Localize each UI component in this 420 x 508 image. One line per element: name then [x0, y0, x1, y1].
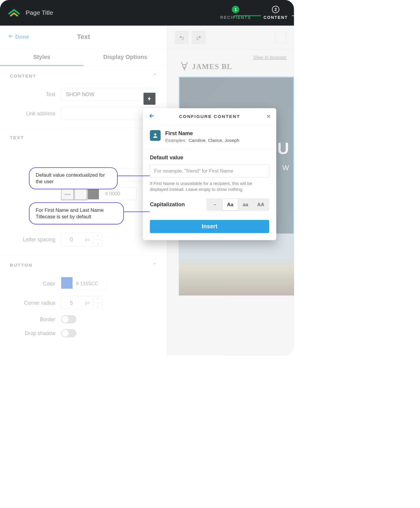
chevron-up-icon[interactable]: ⌃	[152, 73, 157, 79]
cap-option-titlecase[interactable]: Aa	[223, 199, 238, 210]
stepper-down[interactable]: ⌄	[93, 303, 102, 309]
section-text: TEXT Normal —	[0, 128, 167, 255]
drop-shadow-toggle[interactable]	[61, 329, 76, 337]
capitalization-segmented: – Aa aa AA	[206, 198, 269, 211]
annotation-callout: For First Name and Last Name Titlecase i…	[29, 202, 124, 224]
close-button[interactable]: ✕	[266, 113, 271, 120]
examples-values: Caroline, Clarice, Joseph	[188, 138, 239, 143]
cap-option-uppercase[interactable]: AA	[253, 199, 268, 210]
svg-point-0	[154, 133, 156, 135]
text-label: Text	[10, 91, 55, 97]
done-label: Done	[15, 34, 29, 40]
step-content[interactable]: 2 CONTENT	[263, 6, 288, 20]
tab-styles[interactable]: Styles	[0, 48, 83, 66]
corner-radius-label: Corner radius	[10, 300, 55, 306]
annotation-line	[124, 212, 150, 212]
stepper-up[interactable]: ⌃	[93, 233, 102, 240]
link-address-label: Link address	[10, 110, 55, 116]
default-value-input[interactable]	[150, 165, 269, 177]
toolbar-control[interactable]	[275, 32, 286, 43]
topbar: Page Title 1 RECIPIENTS 2 CONTENT	[0, 0, 294, 26]
chevron-up-icon[interactable]: ⌃	[152, 262, 157, 268]
section-title: TEXT	[10, 135, 24, 140]
step-recipients[interactable]: 1 RECIPIENTS	[220, 6, 251, 20]
editor-side-panel: Done Text Styles Display Options CONTENT…	[0, 26, 167, 356]
annotation-callout: Default value contextualized for the use…	[29, 167, 118, 189]
color-hex-input[interactable]	[73, 277, 108, 290]
section-button: BUTTON ⌃ Color Corner radius 5 px ⌃⌄	[0, 255, 167, 340]
drop-shadow-label: Drop shadow	[10, 330, 55, 336]
hero-text: W	[283, 164, 289, 172]
letter-spacing-label: Letter spacing	[10, 237, 55, 242]
configure-content-popover: CONFIGURE CONTENT ✕ First Name Examples:…	[143, 108, 276, 240]
person-icon	[150, 130, 160, 141]
color-label: Color	[10, 281, 55, 287]
examples-label: Examples:	[165, 138, 186, 143]
default-value-label: Default value	[150, 155, 269, 161]
cap-option-lowercase[interactable]: aa	[238, 199, 253, 210]
step-number: 2	[272, 6, 279, 13]
step-number: 1	[232, 6, 239, 13]
unit: px	[82, 296, 93, 309]
brand-name: JAMES BL	[192, 62, 232, 71]
hero-text: U	[278, 139, 289, 158]
color-swatch[interactable]	[88, 188, 99, 199]
insert-content-button[interactable]	[143, 92, 156, 105]
panel-title: Text	[77, 33, 90, 41]
corner-radius-input[interactable]: 5 px ⌃⌄	[61, 296, 102, 309]
border-label: Border	[10, 316, 55, 322]
content-image	[179, 234, 294, 296]
app-logo-icon	[8, 8, 20, 17]
field-name: First Name	[165, 130, 239, 137]
popover-title: CONFIGURE CONTENT	[179, 114, 240, 119]
value: 0	[61, 233, 82, 246]
default-value-hint: If First Name is unavailable for a recip…	[150, 180, 269, 192]
step-label: CONTENT	[263, 15, 288, 20]
back-button[interactable]	[149, 113, 155, 120]
section-title: CONTENT	[10, 73, 36, 78]
color-swatch[interactable]	[61, 277, 73, 289]
value: 5	[61, 296, 82, 309]
letter-spacing-input[interactable]: 0 px ⌃⌄	[61, 233, 102, 246]
stepper-down[interactable]: ⌄	[93, 240, 102, 246]
section-title: BUTTON	[10, 263, 32, 268]
page-title: Page Title	[26, 9, 53, 17]
arrow-left-icon	[8, 33, 13, 40]
section-content: CONTENT ⌃ Text Link address	[0, 66, 167, 128]
tab-display-options[interactable]: Display Options	[83, 48, 167, 66]
stepper-up[interactable]: ⌃	[93, 296, 102, 303]
deer-icon	[179, 60, 190, 73]
unit: px	[82, 233, 93, 246]
capitalization-label: Capitalization	[150, 201, 185, 208]
redo-button[interactable]	[192, 31, 206, 44]
done-button[interactable]: Done	[8, 33, 29, 40]
border-toggle[interactable]	[61, 315, 76, 323]
insert-button[interactable]: Insert	[150, 220, 269, 233]
undo-button[interactable]	[175, 31, 189, 44]
cap-option-none[interactable]: –	[207, 199, 223, 210]
annotation-line	[118, 176, 150, 176]
